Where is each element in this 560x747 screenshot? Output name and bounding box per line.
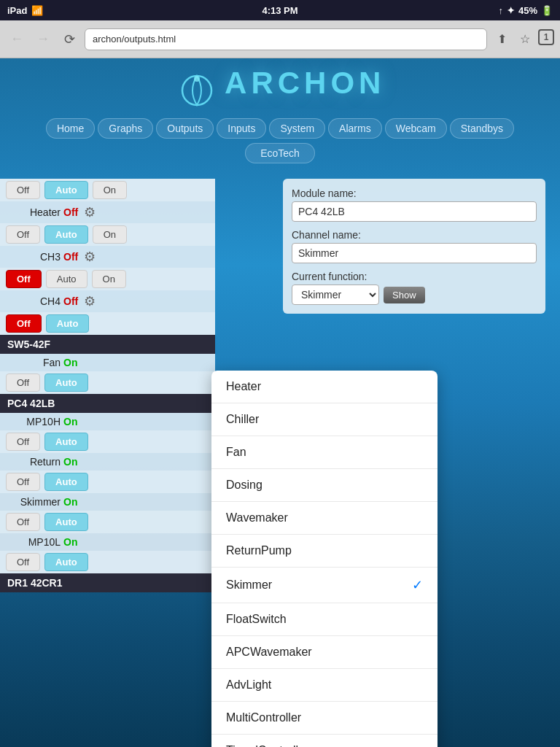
dropdown-label-chiller: Chiller — [226, 413, 259, 426]
share-button[interactable]: ⬆ — [491, 29, 512, 50]
module-name-label: Module name: — [292, 187, 537, 199]
dropdown-label-floatswitch: FloatSwitch — [226, 613, 287, 626]
bookmark-button[interactable]: ☆ — [515, 29, 535, 50]
mp10l-label: MP10L — [6, 536, 61, 548]
return-status: On — [63, 456, 77, 468]
function-select[interactable]: Skimmer — [292, 285, 379, 305]
off-button-1[interactable]: Off — [6, 181, 40, 199]
dropdown-item-apcwavemaker[interactable]: APCWavemaker — [211, 636, 438, 669]
mp10h-controls: Off Auto — [0, 430, 215, 453]
sw5-section-header: SW5-42F — [0, 335, 215, 354]
dropdown-label-dosing: Dosing — [226, 479, 262, 492]
dropdown-item-heater[interactable]: Heater — [211, 371, 438, 403]
dropdown-item-chiller[interactable]: Chiller — [211, 403, 438, 436]
back-button[interactable]: ← — [6, 28, 28, 50]
auto-button-7[interactable]: Auto — [46, 314, 90, 333]
off-red-button-7[interactable]: Off — [6, 314, 42, 333]
nav-system[interactable]: System — [269, 118, 325, 139]
channel-name-input[interactable] — [292, 243, 537, 263]
skimmer-off-button[interactable]: Off — [6, 513, 40, 531]
logo-area: ARCHON — [0, 58, 560, 114]
on-button-1[interactable]: On — [93, 181, 127, 199]
dropdown-item-returnpump[interactable]: ReturnPump — [211, 535, 438, 568]
nav-webcam[interactable]: Webcam — [385, 118, 447, 139]
browser-actions: ⬆ ☆ 1 — [491, 29, 554, 50]
ecotech-button[interactable]: EcoTech — [245, 143, 315, 163]
signal-icon: ↑ — [498, 5, 503, 16]
svg-point-1 — [194, 76, 200, 82]
ch4-gear-icon[interactable]: ⚙ — [84, 293, 96, 309]
nav-alarms[interactable]: Alarms — [328, 118, 382, 139]
tab-badge[interactable]: 1 — [538, 29, 554, 45]
skimmer-auto-button[interactable]: Auto — [44, 513, 88, 531]
on-button-5[interactable]: On — [92, 270, 126, 288]
controls-row-7: Off Auto — [0, 312, 215, 335]
ch3-gear-icon[interactable]: ⚙ — [84, 249, 96, 265]
nav-standbys[interactable]: Standbys — [450, 118, 514, 139]
off-red-button-5[interactable]: Off — [6, 270, 42, 288]
dropdown-item-dosing[interactable]: Dosing — [211, 469, 438, 502]
ch3-row: CH3 Off ⚙ — [0, 246, 215, 268]
fan-controls-row: Off Auto — [0, 371, 215, 394]
ch3-status: Off — [63, 251, 78, 263]
address-bar[interactable]: archon/outputs.html — [85, 28, 487, 50]
off-button-3[interactable]: Off — [6, 225, 40, 244]
return-off-button[interactable]: Off — [6, 473, 40, 491]
dropdown-label-fan: Fan — [226, 446, 246, 459]
dropdown-item-timedcontroller[interactable]: TimedController — [211, 735, 438, 747]
status-time: 4:13 PM — [262, 5, 298, 16]
dropdown-label-advlight: AdvLight — [226, 678, 271, 692]
nav-inputs[interactable]: Inputs — [217, 118, 266, 139]
nav-home[interactable]: Home — [46, 118, 95, 139]
auto-button-5[interactable]: Auto — [46, 270, 88, 288]
ch3-label: CH3 — [6, 251, 61, 263]
mp10h-off-button[interactable]: Off — [6, 433, 40, 451]
ch4-label: CH4 — [6, 295, 61, 307]
dropdown-label-multicontroller: MultiController — [226, 711, 301, 724]
dropdown-label-heater: Heater — [226, 380, 261, 393]
logo-text: ARCHON — [225, 66, 385, 100]
controls-row-5: Off Auto On — [0, 268, 215, 290]
mp10h-auto-button[interactable]: Auto — [44, 433, 88, 451]
channel-name-label: Channel name: — [292, 229, 537, 241]
on-button-3[interactable]: On — [93, 225, 127, 244]
module-name-input[interactable] — [292, 201, 537, 222]
fan-off-button[interactable]: Off — [6, 374, 40, 392]
skimmer-controls: Off Auto — [0, 511, 215, 533]
dropdown-item-wavemaker[interactable]: Wavemaker — [211, 502, 438, 535]
nav-graphs[interactable]: Graphs — [98, 118, 153, 139]
pc4-section-header: PC4 42LB — [0, 394, 215, 413]
return-label: Return — [6, 456, 61, 468]
mp10h-label: MP10H — [6, 416, 61, 427]
ch4-row: CH4 Off ⚙ — [0, 290, 215, 312]
dropdown-item-fan[interactable]: Fan — [211, 436, 438, 469]
fan-label: Fan — [6, 357, 61, 368]
auto-button-3[interactable]: Auto — [44, 225, 88, 244]
auto-button-1[interactable]: Auto — [44, 181, 88, 199]
show-button[interactable]: Show — [384, 287, 425, 303]
mp10l-auto-button[interactable]: Auto — [44, 553, 88, 571]
current-function-label: Current function: — [292, 271, 537, 282]
mp10h-row: MP10H On — [0, 413, 215, 430]
check-mark-icon: ✓ — [412, 577, 423, 593]
return-auto-button[interactable]: Auto — [44, 473, 88, 491]
mp10l-row: MP10L On — [0, 533, 215, 551]
nav: Home Graphs Outputs Inputs System Alarms… — [0, 114, 560, 143]
page-wrapper: ARCHON Home Graphs Outputs Inputs System… — [0, 58, 560, 747]
browser-chrome: ← → ⟳ archon/outputs.html ⬆ ☆ 1 — [0, 20, 560, 58]
nav-outputs[interactable]: Outputs — [156, 118, 214, 139]
dropdown-item-floatswitch[interactable]: FloatSwitch — [211, 603, 438, 636]
mp10l-off-button[interactable]: Off — [6, 553, 40, 571]
forward-button[interactable]: → — [32, 28, 54, 50]
dropdown-item-multicontroller[interactable]: MultiController — [211, 702, 438, 735]
heater-gear-icon[interactable]: ⚙ — [84, 204, 96, 220]
fan-status: On — [63, 357, 77, 368]
mp10h-status: On — [63, 416, 77, 427]
return-row: Return On — [0, 453, 215, 471]
dropdown-label-apcwavemaker: APCWavemaker — [226, 646, 312, 659]
dropdown-label-timedcontroller: TimedController — [226, 744, 308, 747]
dropdown-item-advlight[interactable]: AdvLight — [211, 669, 438, 702]
dropdown-item-skimmer[interactable]: Skimmer ✓ — [211, 568, 438, 603]
reload-button[interactable]: ⟳ — [58, 28, 80, 50]
fan-auto-button[interactable]: Auto — [44, 374, 88, 392]
